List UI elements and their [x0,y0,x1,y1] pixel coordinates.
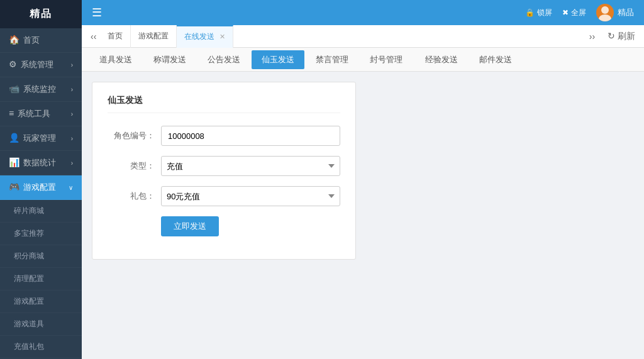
sidebar: 精品 🏠首页 ⚙系统管理 › 📹系统监控 › ≡系统工具 › 👤玩家管理 › 📊… [0,0,82,359]
tab-refresh-button[interactable]: ↻ 刷新 [604,31,639,42]
topbar: ☰ 🔒 锁屏 ✖ 全屏 精品 [82,0,644,25]
sidebar-item-game-config[interactable]: 🎮游戏配置 ∨ [0,175,82,200]
sidebar-sub-game-tools[interactable]: 游戏道具 [0,313,82,336]
sub-tab-ban-manage[interactable]: 禁言管理 [306,50,358,69]
tools-icon: ≡ [9,108,14,118]
tabbar: ‹‹ 首页 游戏配置 在线发送 ✕ ›› ↻ 刷新 [82,25,644,48]
submit-row: 立即发送 [108,216,340,236]
fullscreen-button[interactable]: ✖ 全屏 [562,8,586,18]
chevron-right-icon4: › [71,135,73,142]
sidebar-logo: 精品 [0,0,82,28]
sidebar-sub-clear-config[interactable]: 清理配置 [0,268,82,290]
type-row: 类型： 充值 消耗 获得 [108,156,340,176]
sidebar-sub-multi-recommend[interactable]: 多宝推荐 [0,223,82,245]
sidebar-item-home[interactable]: 🏠首页 [0,28,82,53]
sub-tab-item-send[interactable]: 道具发送 [89,50,142,69]
sidebar-item-data-stats[interactable]: 📊数据统计 › [0,151,82,175]
submit-button[interactable]: 立即发送 [161,216,219,236]
sidebar-item-player-manage[interactable]: 👤玩家管理 › [0,126,82,151]
sub-tab-title-send[interactable]: 称谓发送 [143,50,196,69]
form-title: 仙玉发送 [108,95,340,113]
sidebar-item-system-tools[interactable]: ≡系统工具 › [0,102,82,126]
gift-label: 礼包： [108,191,155,202]
tab-game-config[interactable]: 游戏配置 [131,25,177,48]
role-input[interactable] [161,126,340,146]
game-icon: 🎮 [9,182,19,192]
chevron-down-icon: ∨ [69,184,73,191]
sidebar-item-system-monitor[interactable]: 📹系统监控 › [0,77,82,102]
gift-select[interactable]: 90元充值 30元充值 6元充值 [161,186,340,206]
sidebar-item-system-manage[interactable]: ⚙系统管理 › [0,53,82,77]
stats-icon: 📊 [9,157,19,167]
hamburger-icon[interactable]: ☰ [92,7,102,18]
sub-tab-notice-send[interactable]: 公告发送 [197,50,250,69]
svg-point-0 [601,6,609,14]
svg-point-1 [599,14,611,21]
sub-tab-mail-send[interactable]: 邮件发送 [469,50,522,69]
chevron-right-icon5: › [71,160,73,167]
chevron-right-icon3: › [71,111,73,118]
tab-next-button[interactable]: ›› [586,31,599,41]
user-info: 精品 [596,4,634,21]
monitor-icon: 📹 [9,84,19,94]
topbar-left: ☰ [92,7,102,18]
tab-home[interactable]: 首页 [100,25,131,48]
sidebar-sub-game-config[interactable]: 游戏配置 [0,290,82,313]
tab-refresh-area: ›› ↻ 刷新 [586,31,639,42]
sub-tab-exp-send[interactable]: 经验发送 [415,50,468,69]
avatar [596,4,614,21]
type-label: 类型： [108,160,155,172]
topbar-right: 🔒 锁屏 ✖ 全屏 精品 [525,4,634,21]
chevron-right-icon: › [71,62,73,69]
main-area: ☰ 🔒 锁屏 ✖ 全屏 精品 ‹‹ 首页 游戏配置 [82,0,644,359]
lock-icon: 🔒 [525,8,535,17]
tab-online-send[interactable]: 在线发送 ✕ [177,25,233,48]
sub-tabbar: 道具发送 称谓发送 公告发送 仙玉发送 禁言管理 封号管理 经验发送 邮件发送 [82,48,644,72]
lock-screen-button[interactable]: 🔒 锁屏 [525,8,552,18]
fairy-send-form: 仙玉发送 角色编号： 类型： 充值 消耗 获得 礼包： 90元充值 30元充值 … [92,82,356,260]
role-row: 角色编号： [108,126,340,146]
sub-tab-fairy-send[interactable]: 仙玉发送 [252,50,304,69]
home-icon: 🏠 [9,35,19,45]
type-select[interactable]: 充值 消耗 获得 [161,156,340,176]
chevron-right-icon2: › [71,86,73,93]
tab-close-button[interactable]: ✕ [219,33,225,41]
sub-tab-seal-manage[interactable]: 封号管理 [360,50,413,69]
role-label: 角色编号： [108,130,155,141]
gift-row: 礼包： 90元充值 30元充值 6元充值 [108,186,340,206]
gear-icon: ⚙ [9,59,17,69]
tab-prev-button[interactable]: ‹‹ [87,31,100,41]
fullscreen-icon: ✖ [562,8,569,17]
sidebar-sub-fragment-shop[interactable]: 碎片商城 [0,200,82,223]
sidebar-sub-recharge-gift[interactable]: 充值礼包 [0,336,82,358]
player-icon: 👤 [9,133,19,143]
sidebar-sub-points-shop[interactable]: 积分商城 [0,245,82,268]
page-content: 仙玉发送 角色编号： 类型： 充值 消耗 获得 礼包： 90元充值 30元充值 … [82,72,644,359]
